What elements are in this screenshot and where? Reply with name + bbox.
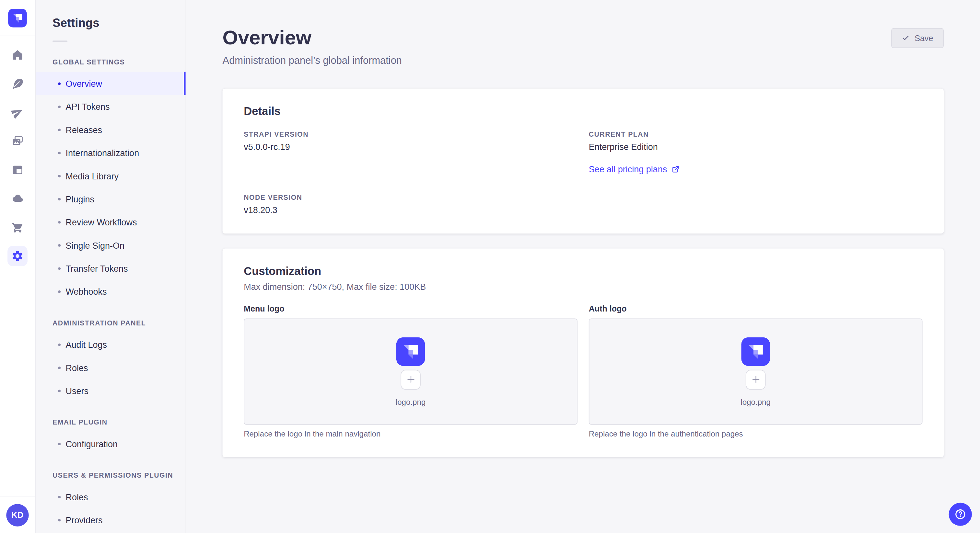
auth-logo-add-button[interactable]	[746, 370, 766, 390]
sidebar-item-transfer-tokens[interactable]: Transfer Tokens	[36, 257, 186, 280]
user-avatar[interactable]: KD	[6, 503, 29, 526]
sidebar-item-label: Media Library	[65, 171, 119, 181]
nav-list-global-settings: Overview API Tokens Releases Internation…	[36, 72, 186, 303]
feather-icon	[11, 78, 24, 90]
page-header-titles: Overview Administration panel’s global i…	[223, 25, 402, 66]
nav-content-manager[interactable]	[3, 69, 32, 98]
sidebar-item-releases[interactable]: Releases	[36, 118, 186, 141]
images-icon	[11, 135, 24, 148]
menu-logo-add-button[interactable]	[401, 370, 421, 390]
nav-home[interactable]	[3, 40, 32, 69]
bullet-icon	[58, 366, 60, 369]
bullet-icon	[58, 244, 60, 246]
nav-content-type-builder[interactable]	[3, 155, 32, 184]
save-button[interactable]: Save	[891, 28, 944, 48]
bullet-icon	[58, 290, 60, 293]
gear-icon	[11, 250, 24, 262]
field-label: NODE VERSION	[244, 194, 578, 201]
settings-active-tile	[8, 246, 27, 266]
paper-plane-icon	[11, 106, 24, 119]
subnav-divider	[52, 40, 67, 42]
bullet-icon	[58, 495, 60, 498]
workspace-logo[interactable]	[0, 0, 35, 36]
nav-list-administration-panel: Audit Logs Roles Users	[36, 333, 186, 402]
page-header: Overview Administration panel’s global i…	[223, 0, 944, 66]
bullet-icon	[58, 343, 60, 346]
sidebar-item-single-sign-on[interactable]: Single Sign-On	[36, 233, 186, 257]
app-window: KD Settings GLOBAL SETTINGS Overview API…	[0, 0, 980, 533]
plus-icon	[750, 374, 761, 385]
sidebar-item-admin-users[interactable]: Users	[36, 379, 186, 402]
sidebar-item-up-roles[interactable]: Roles	[36, 485, 186, 508]
field-label: STRAPI VERSION	[244, 130, 578, 138]
sidebar-item-api-tokens[interactable]: API Tokens	[36, 95, 186, 118]
layout-icon	[11, 163, 24, 176]
sidebar-item-label: Webhooks	[65, 286, 107, 296]
help-question-icon	[954, 508, 967, 521]
details-card: Details STRAPI VERSION v5.0.0-rc.19 CURR…	[223, 89, 944, 233]
sidebar-item-label: Plugins	[65, 194, 94, 204]
auth-logo-hint: Replace the logo in the authentication p…	[589, 430, 923, 438]
field-label: CURRENT PLAN	[589, 130, 923, 138]
bullet-icon	[58, 105, 60, 108]
sidebar-item-label: Configuration	[65, 439, 118, 449]
sidebar-item-label: Roles	[65, 492, 88, 502]
auth-logo-preview	[741, 337, 770, 366]
external-link-icon	[672, 165, 679, 173]
main-navigation-rail: KD	[0, 0, 36, 533]
nav-list-users-permissions: Roles Providers	[36, 485, 186, 531]
auth-logo-dropzone[interactable]: logo.png	[589, 319, 923, 425]
sidebar-item-webhooks[interactable]: Webhooks	[36, 280, 186, 303]
pricing-plans-link-label: See all pricing plans	[589, 164, 667, 174]
menu-logo-filename: logo.png	[396, 398, 426, 406]
bullet-icon	[58, 221, 60, 224]
bullet-icon	[58, 152, 60, 154]
field-strapi-version: STRAPI VERSION v5.0.0-rc.19	[244, 130, 578, 175]
settings-sub-navigation: Settings GLOBAL SETTINGS Overview API To…	[36, 0, 186, 533]
page-title: Overview	[223, 25, 402, 50]
sidebar-item-overview[interactable]: Overview	[36, 72, 186, 95]
nav-releases[interactable]	[3, 98, 32, 127]
details-heading: Details	[244, 105, 922, 118]
nav-marketplace[interactable]	[3, 213, 32, 242]
sidebar-item-up-providers[interactable]: Providers	[36, 508, 186, 531]
sidebar-item-label: Review Workflows	[65, 217, 137, 227]
nav-media-library[interactable]	[3, 127, 32, 155]
bullet-icon	[58, 267, 60, 270]
sidebar-item-label: Overview	[65, 78, 102, 89]
rail-icon-list	[3, 36, 32, 270]
menu-logo-dropzone[interactable]: logo.png	[244, 319, 578, 425]
nav-deploy[interactable]	[3, 184, 32, 213]
nav-settings[interactable]	[3, 241, 32, 270]
check-icon	[902, 34, 910, 42]
bullet-icon	[58, 198, 60, 200]
sidebar-item-media-library[interactable]: Media Library	[36, 164, 186, 187]
logo-grid: Menu logo logo.png Replace the logo in t…	[244, 304, 922, 438]
details-grid: STRAPI VERSION v5.0.0-rc.19 CURRENT PLAN…	[244, 130, 922, 215]
field-node-version: NODE VERSION v18.20.3	[244, 194, 578, 215]
field-value: v5.0.0-rc.19	[244, 142, 578, 152]
sidebar-item-label: Roles	[65, 363, 88, 373]
pricing-plans-link[interactable]: See all pricing plans	[589, 164, 679, 174]
section-label-administration-panel: ADMINISTRATION PANEL	[52, 319, 173, 327]
section-label-email-plugin: EMAIL PLUGIN	[52, 418, 173, 426]
sidebar-item-label: Releases	[65, 125, 102, 135]
sidebar-item-label: Single Sign-On	[65, 240, 124, 250]
sidebar-item-email-configuration[interactable]: Configuration	[36, 432, 186, 455]
sidebar-item-audit-logs[interactable]: Audit Logs	[36, 333, 186, 356]
plus-icon	[406, 374, 416, 385]
bullet-icon	[58, 389, 60, 392]
shopping-cart-icon	[11, 221, 24, 234]
home-icon	[11, 49, 24, 61]
sidebar-item-label: Providers	[65, 515, 102, 525]
help-button[interactable]	[949, 503, 972, 525]
menu-logo-label: Menu logo	[244, 304, 578, 314]
sidebar-item-review-workflows[interactable]: Review Workflows	[36, 211, 186, 233]
save-button-label: Save	[915, 33, 933, 43]
sidebar-item-internationalization[interactable]: Internationalization	[36, 141, 186, 164]
menu-logo-preview	[396, 337, 425, 366]
sidebar-item-admin-roles[interactable]: Roles	[36, 356, 186, 379]
sidebar-item-label: Transfer Tokens	[65, 263, 128, 273]
section-label-users-permissions-plugin: USERS & PERMISSIONS PLUGIN	[52, 471, 173, 479]
sidebar-item-plugins[interactable]: Plugins	[36, 187, 186, 211]
